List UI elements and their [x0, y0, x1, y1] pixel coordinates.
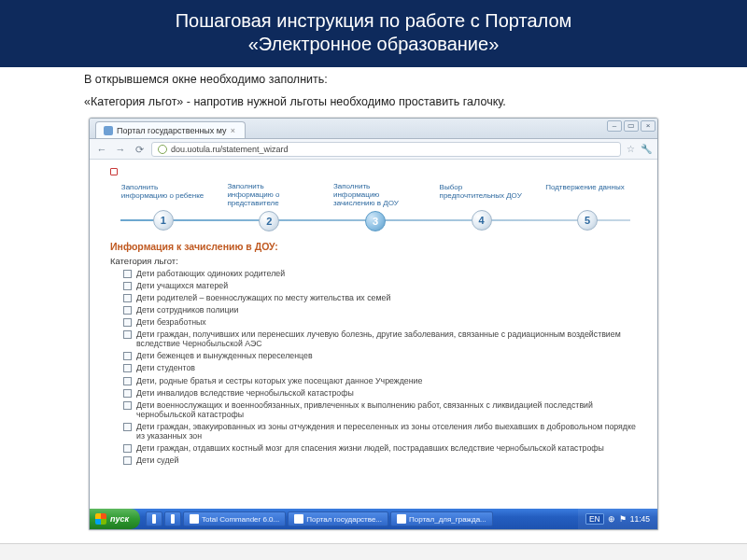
checkbox[interactable]	[123, 444, 132, 453]
instruction-text-1: В открывшемся окне необходимо заполнить:	[84, 73, 663, 86]
checkbox-label: Дети военнослужащих и военнообязанных, п…	[136, 400, 641, 419]
checkbox-label: Дети учащихся матерей	[136, 281, 228, 290]
wizard-step-label: Заполнить информацию о ребенке	[121, 183, 205, 207]
checkbox-label: Дети беженцев и вынужденных переселенцев	[136, 351, 313, 360]
windows-taskbar: пуск Total Commander 6.0... Портал госуд…	[90, 509, 657, 529]
checkbox-label: Дети безработных	[136, 317, 206, 327]
wizard-step-number: 1	[153, 210, 174, 231]
wizard-step-label: Заполнить информацию о представителе	[227, 182, 311, 208]
instructions: В открывшемся окне необходимо заполнить:…	[0, 67, 747, 108]
taskbar-item[interactable]	[164, 511, 181, 526]
benefit-row: Дети студентов	[123, 363, 641, 372]
taskbar-item[interactable]: Портал_для_гражда...	[390, 511, 493, 526]
url-text: dou.uotula.ru/statement_wizard	[171, 145, 289, 154]
maximize-button[interactable]: ▭	[624, 120, 639, 132]
bookmark-star-icon[interactable]: ☆	[627, 144, 635, 154]
wizard-step-5[interactable]: Подтвержение данных 5	[534, 183, 641, 231]
window-controls: – ▭ ×	[607, 120, 655, 132]
wizard-steps: Заполнить информацию о ребенке 1 Заполни…	[110, 182, 641, 231]
benefit-row: Дети учащихся матерей	[123, 281, 641, 290]
benefit-row: Дети судей	[123, 455, 641, 465]
nav-forward-icon[interactable]: →	[114, 143, 127, 156]
wizard-step-1[interactable]: Заполнить информацию о ребенке 1	[110, 183, 217, 231]
benefit-row: Дети беженцев и вынужденных переселенцев	[123, 351, 641, 360]
tray-icon[interactable]: ⊕	[608, 514, 615, 524]
benefit-row: Дети родителей – военнослужащих по месту…	[123, 293, 641, 302]
nav-back-icon[interactable]: ←	[95, 143, 108, 156]
nav-reload-icon[interactable]: ⟳	[133, 143, 146, 156]
start-label: пуск	[110, 514, 129, 524]
page-badge-icon	[110, 168, 118, 175]
checkbox[interactable]	[123, 294, 132, 302]
checkbox[interactable]	[123, 318, 132, 327]
page-content: Заполнить информацию о ребенке 1 Заполни…	[90, 160, 657, 509]
task-icon	[397, 514, 406, 524]
checkbox[interactable]	[123, 377, 132, 385]
checkbox[interactable]	[123, 270, 132, 278]
url-input[interactable]: dou.uotula.ru/statement_wizard	[151, 142, 621, 157]
wizard-step-number: 3	[365, 211, 386, 231]
minimize-button[interactable]: –	[607, 120, 622, 132]
wizard-step-4[interactable]: Выбор предпочтительных ДОУ 4	[429, 183, 535, 231]
wizard-step-3[interactable]: Заполнить информацию зачислению в ДОУ 3	[322, 182, 429, 231]
checkbox-label: Дети сотрудников полиции	[136, 305, 238, 315]
close-button[interactable]: ×	[641, 120, 655, 132]
checkbox-label: Дети, родные братья и сестры которых уже…	[136, 376, 422, 385]
browser-tabstrip: Портал государственных му × – ▭ ×	[90, 119, 657, 139]
benefit-row: Дети военнослужащих и военнообязанных, п…	[123, 400, 641, 419]
system-tray: EN ⊕ ⚑ 11:45	[578, 509, 657, 529]
task-icon	[190, 514, 199, 524]
tab-close-icon[interactable]: ×	[231, 126, 235, 135]
task-label: Total Commander 6.0...	[202, 515, 279, 524]
tab-favicon	[104, 126, 113, 135]
section-heading: Информация к зачислению в ДОУ:	[110, 241, 641, 252]
checkbox[interactable]	[123, 401, 132, 410]
wizard-step-label: Заполнить информацию зачислению в ДОУ	[333, 182, 417, 208]
checkbox[interactable]	[123, 282, 132, 290]
wizard-step-number: 4	[472, 210, 492, 231]
checkbox-label: Дети граждан, эвакуированных из зоны отч…	[136, 422, 641, 441]
tray-icon[interactable]: ⚑	[619, 514, 627, 524]
task-label: Портал государстве...	[306, 515, 382, 524]
benefit-row: Дети инвалидов вследствие чернобыльской …	[123, 388, 641, 398]
checkbox-label: Дети родителей – военнослужащих по месту…	[136, 293, 390, 302]
checkbox[interactable]	[123, 456, 132, 465]
checkbox-label: Дети судей	[136, 455, 178, 465]
clock[interactable]: 11:45	[630, 514, 650, 524]
benefit-row: Дети граждан, эвакуированных из зоны отч…	[123, 422, 641, 441]
checkbox-label: Дети работающих одиноких родителей	[136, 269, 285, 278]
checkbox[interactable]	[123, 306, 132, 315]
title-line-2: «Электронное образование»	[56, 33, 691, 56]
wizard-step-label: Выбор предпочтительных ДОУ	[440, 183, 524, 207]
checkbox-label: Дети студентов	[136, 363, 195, 372]
checkbox[interactable]	[123, 352, 132, 360]
checkbox[interactable]	[123, 389, 132, 398]
taskbar-item[interactable]: Портал государстве...	[288, 511, 388, 526]
settings-wrench-icon[interactable]: 🔧	[641, 144, 652, 154]
benefit-row: Дети граждан, получивших или перенесших …	[123, 329, 641, 348]
taskbar-item[interactable]	[146, 511, 162, 526]
wizard-step-number: 2	[259, 211, 279, 231]
wizard-step-label: Подтвержение данных	[545, 183, 629, 207]
benefit-row: Дети работающих одиноких родителей	[123, 269, 641, 278]
address-bar: ← → ⟳ dou.uotula.ru/statement_wizard ☆ 🔧	[90, 139, 657, 160]
benefits-checkbox-list: Дети работающих одиноких родителейДети у…	[110, 269, 641, 466]
checkbox[interactable]	[123, 364, 132, 372]
checkbox[interactable]	[123, 330, 132, 339]
benefit-row: Дети сотрудников полиции	[123, 305, 641, 315]
task-icon	[171, 514, 175, 524]
taskbar-tasks: Total Commander 6.0... Портал государств…	[146, 509, 578, 529]
slide-footer-strip	[0, 543, 747, 560]
browser-tab[interactable]: Портал государственных му ×	[95, 121, 246, 138]
slide-title: Пошаговая инструкция по работе с Портало…	[0, 0, 747, 67]
checkbox-label: Дети граждан, получивших или перенесших …	[136, 329, 641, 348]
language-indicator[interactable]: EN	[585, 513, 604, 525]
start-button[interactable]: пуск	[90, 509, 140, 529]
taskbar-item[interactable]: Total Commander 6.0...	[183, 511, 286, 526]
wizard-step-2[interactable]: Заполнить информацию о представителе 2	[217, 182, 323, 231]
wizard-step-number: 5	[577, 210, 598, 231]
benefit-row: Дети граждан, отдавших костный мозг для …	[123, 443, 641, 453]
checkbox[interactable]	[123, 423, 132, 431]
task-icon	[152, 514, 156, 524]
title-line-1: Пошаговая инструкция по работе с Портало…	[56, 9, 691, 33]
